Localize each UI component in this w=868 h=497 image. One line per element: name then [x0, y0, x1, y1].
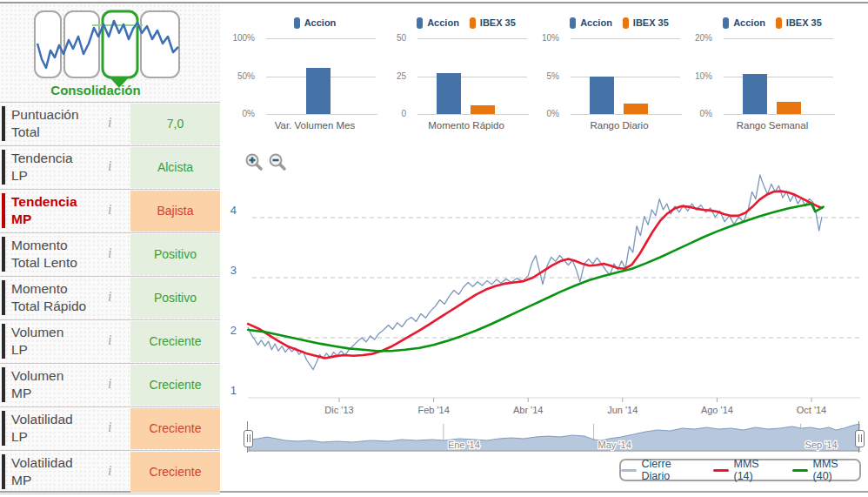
- info-icon[interactable]: i: [108, 289, 111, 305]
- legend-item[interactable]: IBEX 35: [776, 17, 822, 29]
- row-accent-bar: [2, 411, 5, 446]
- minichart-legend: AccionIBEX 35: [397, 16, 536, 30]
- navigator-tick-label: May '14: [598, 440, 631, 450]
- minichart-momento-rapido: AccionIBEX 35 50250 Momento Rápido: [397, 9, 536, 139]
- minichart-plot: 20%10%0%: [724, 38, 833, 114]
- minichart-legend: Accion: [245, 16, 384, 30]
- phase-selector-graphic: [0, 7, 191, 91]
- row-accent-bar: [2, 324, 5, 359]
- legend-label: IBEX 35: [480, 17, 516, 28]
- legend-marker: [723, 17, 729, 29]
- info-icon[interactable]: i: [108, 420, 111, 435]
- y-tick-label: 0: [401, 109, 406, 118]
- info-icon[interactable]: i: [108, 463, 111, 479]
- indicator-row-puntuacion-total: PuntuaciónTotal i 7,0: [0, 102, 220, 146]
- legend-item[interactable]: Accion: [417, 17, 459, 29]
- bar-ibex-35[interactable]: [777, 102, 801, 114]
- minichart-var-volumen-mes: Accion 100%50%0% Var. Volumen Mes: [245, 9, 384, 139]
- range-navigator[interactable]: Ene '14May '14Sep '14: [247, 423, 861, 453]
- minichart-rango-diario: AccionIBEX 35 10%5%0% Rango Diario: [550, 9, 689, 139]
- indicator-value: Alcista: [130, 147, 220, 188]
- legend-item-mms-40[interactable]: MMS (40): [792, 458, 859, 482]
- minichart-plot: 10%5%0%: [571, 38, 680, 114]
- minichart-title: Rango Diario: [550, 120, 689, 131]
- y-tick-label: 25: [397, 71, 406, 81]
- phase-box-selected[interactable]: [103, 11, 137, 77]
- x-axis-line: [266, 114, 377, 115]
- legend-item[interactable]: Accion: [570, 17, 612, 29]
- info-icon[interactable]: i: [108, 332, 111, 348]
- indicator-value: Bajista: [130, 191, 220, 232]
- legend-marker: [294, 17, 300, 29]
- indicator-label: MomentoTotal Rápido: [11, 280, 86, 315]
- indicator-label: VolumenLP: [11, 324, 63, 359]
- info-icon[interactable]: i: [108, 158, 111, 174]
- legend-item[interactable]: IBEX 35: [470, 17, 516, 29]
- x-tick-label: Jun '14: [607, 405, 638, 415]
- indicator-value: Creciente: [130, 321, 220, 362]
- legend-item-mms-14[interactable]: MMS (14): [713, 458, 780, 482]
- indicator-value: Creciente: [130, 365, 220, 406]
- bar-accion[interactable]: [437, 73, 461, 114]
- bar-accion[interactable]: [590, 77, 614, 114]
- series-cierre-diario[interactable]: [248, 175, 822, 370]
- x-axis-line: [571, 114, 682, 115]
- gridline: [266, 38, 376, 39]
- phase-box-4[interactable]: [141, 11, 179, 77]
- series-legend: Cierre Diario MMS (14) MMS (40): [619, 459, 861, 481]
- legend-marker: [470, 17, 476, 29]
- minichart-rango-semanal: AccionIBEX 35 20%10%0% Rango Semanal: [703, 9, 842, 139]
- minichart-title: Momento Rápido: [397, 120, 536, 131]
- y-tick-label: 10%: [542, 33, 559, 43]
- indicator-row-tendencia-lp: TendenciaLP i Alcista: [0, 146, 220, 190]
- info-icon[interactable]: i: [108, 245, 111, 261]
- x-tick-label: Oct '14: [797, 405, 827, 415]
- info-icon[interactable]: i: [108, 115, 111, 131]
- series-mms-14-[interactable]: [248, 191, 822, 359]
- minichart-legend: AccionIBEX 35: [703, 16, 842, 30]
- legend-marker: [623, 17, 629, 29]
- gridline: [417, 38, 527, 39]
- legend-label: MMS (40): [813, 458, 859, 482]
- navigator-area[interactable]: [249, 424, 859, 451]
- gridline: [417, 77, 527, 77]
- indicator-row-momento-rapido: MomentoTotal Rápido i Positivo: [0, 277, 220, 320]
- line-swatch: [713, 469, 729, 472]
- bar-accion[interactable]: [743, 74, 767, 114]
- legend-item[interactable]: Accion: [723, 17, 765, 29]
- minichart-title: Var. Volumen Mes: [245, 120, 384, 131]
- info-icon[interactable]: i: [108, 376, 111, 392]
- phase-selector[interactable]: Consolidación: [0, 7, 191, 104]
- legend-label: Accion: [733, 17, 765, 28]
- navigator-left-handle[interactable]: [244, 430, 253, 447]
- legend-item-cierre-diario[interactable]: Cierre Diario: [621, 458, 701, 482]
- gridline: [571, 77, 680, 77]
- indicator-label: TendenciaMP: [11, 193, 77, 228]
- minichart-legend: AccionIBEX 35: [550, 16, 689, 30]
- y-tick-label: 0%: [243, 109, 255, 118]
- legend-marker: [570, 17, 576, 29]
- phase-label: Consolidación: [0, 83, 191, 97]
- navigator-right-handle[interactable]: [855, 430, 865, 447]
- bar-accion[interactable]: [306, 68, 331, 114]
- gridline: [724, 77, 833, 77]
- x-tick-label: Feb '14: [417, 405, 449, 415]
- main-price-chart[interactable]: 1234Dic '13Feb '14Abr '14Jun '14Ago '14O…: [222, 150, 865, 421]
- y-tick-label: 4: [230, 204, 237, 217]
- legend-label: Accion: [304, 17, 337, 28]
- indicator-value: Positivo: [130, 234, 220, 275]
- indicator-value: Creciente: [130, 452, 220, 493]
- y-tick-label: 100%: [232, 33, 255, 43]
- bar-ibex-35[interactable]: [471, 105, 495, 114]
- legend-item[interactable]: IBEX 35: [623, 17, 669, 29]
- x-tick-label: Dic '13: [324, 405, 353, 415]
- y-tick-label: 2: [230, 324, 237, 337]
- indicator-value: Creciente: [130, 408, 220, 449]
- legend-label: Cierre Diario: [642, 458, 701, 482]
- indicator-label: VolatilidadLP: [11, 411, 73, 446]
- legend-item[interactable]: Accion: [294, 17, 337, 29]
- row-accent-bar: [2, 150, 5, 185]
- bar-ibex-35[interactable]: [624, 104, 648, 114]
- info-icon[interactable]: i: [108, 202, 111, 218]
- row-accent-bar: [2, 193, 5, 228]
